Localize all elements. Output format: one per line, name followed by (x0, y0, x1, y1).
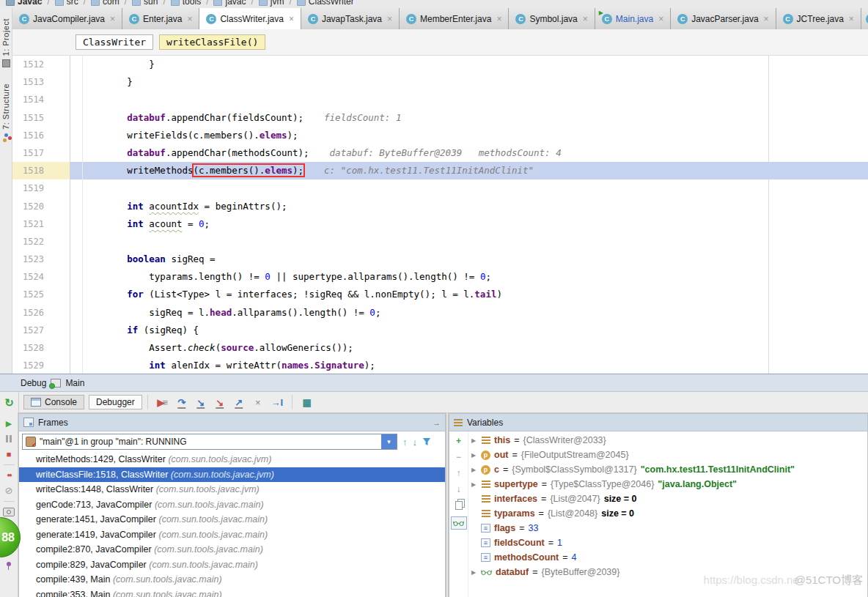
editor-tab-partial[interactable]: C (861, 8, 868, 29)
fold-gutter[interactable] (70, 286, 83, 303)
force-step-into-button[interactable]: ↘ (210, 397, 229, 408)
line-number[interactable]: 1516 (12, 127, 70, 144)
code-text[interactable] (83, 179, 868, 197)
variable-row[interactable]: ▶supertype={Type$ClassType@2046}"java.la… (468, 477, 867, 492)
line-number[interactable]: 1522 (12, 233, 70, 251)
close-icon[interactable]: × (387, 15, 392, 23)
stack-frame-row[interactable]: generate:1451, JavaCompiler (com.sun.too… (19, 512, 445, 527)
dock-icon[interactable]: → (433, 418, 441, 427)
line-number[interactable]: 1519 (12, 179, 70, 197)
stack-frame-row[interactable]: compile2:870, JavaCompiler (com.sun.tool… (19, 542, 445, 557)
move-down-button[interactable]: ↓ (457, 484, 461, 494)
thread-selector[interactable]: "main"@1 in group "main": RUNNING ▼ (22, 434, 397, 450)
tool-button-structure[interactable]: 7: Structure (0, 84, 12, 143)
code-text[interactable]: int acountIdx = beginAttrs(); (83, 198, 868, 215)
line-number[interactable]: 1513 (12, 73, 70, 91)
editor-tab-javaptask[interactable]: CJavapTask.java× (301, 8, 400, 29)
fold-gutter[interactable] (70, 198, 83, 215)
editor-tab-javacompiler[interactable]: CJavaCompiler.java× (12, 8, 122, 29)
step-into-button[interactable]: ↘ (191, 397, 210, 408)
variable-row[interactable]: ≡fieldsCount=1 (468, 535, 867, 550)
code-text[interactable]: sigReq = l.head.allparams().length() != … (83, 304, 868, 322)
line-number[interactable]: 1514 (12, 91, 70, 108)
code-editor[interactable]: 1512 }1513 }15141515 databuf.appendChar(… (12, 56, 868, 374)
code-text[interactable]: int acount = 0; (83, 215, 868, 233)
move-up-button[interactable]: ↑ (457, 468, 461, 478)
close-icon[interactable]: × (496, 15, 501, 23)
expand-icon[interactable]: ▶ (470, 569, 477, 576)
fold-gutter[interactable] (70, 268, 83, 286)
code-text[interactable]: boolean sigReq = (83, 251, 868, 268)
path-item[interactable]: src (55, 0, 78, 7)
variable-row[interactable]: ≡flags=33 (468, 521, 867, 535)
fold-gutter[interactable] (70, 144, 83, 162)
fold-gutter[interactable] (70, 233, 83, 251)
line-number[interactable]: 1524 (12, 268, 70, 286)
path-item[interactable]: jvm (259, 0, 284, 7)
evaluate-expression-button[interactable]: ▦ (298, 397, 317, 408)
path-item[interactable]: ClassWriter (297, 0, 354, 7)
code-text[interactable]: typarams.length() != 0 || supertype.allp… (83, 268, 868, 286)
fold-gutter[interactable] (70, 91, 83, 108)
editor-tab-classwriter[interactable]: CClassWriter.java× (199, 8, 301, 29)
code-text[interactable] (83, 233, 868, 251)
variable-row[interactable]: ▶pout={FileOutputStream@2045} (468, 448, 867, 462)
code-text[interactable]: writeMethods(c.members().elems);c: "com.… (83, 162, 868, 179)
code-text[interactable]: int alenIdx = writeAttr(names.Signature)… (83, 357, 868, 374)
editor-tab-enter[interactable]: CEnter.java× (122, 8, 199, 29)
code-text[interactable]: } (83, 56, 868, 73)
code-text[interactable]: writeFields(c.members().elems); (83, 127, 868, 144)
show-watches-button[interactable] (451, 516, 467, 530)
editor-tab-javacparser[interactable]: CJavacParser.java× (671, 8, 776, 29)
tab-debugger[interactable]: Debugger (89, 395, 142, 409)
code-text[interactable]: databuf.appendChar(fieldsCount);fieldsCo… (83, 109, 868, 127)
stack-frame-row[interactable]: genCode:713, JavaCompiler (com.sun.tools… (19, 497, 445, 513)
line-number[interactable]: 1526 (12, 304, 70, 322)
close-icon[interactable]: × (583, 15, 588, 23)
editor-tab-jctree[interactable]: CJCTree.java× (776, 8, 861, 29)
step-over-button[interactable]: ↷ (172, 397, 191, 408)
variable-row[interactable]: ▶databuf={ByteBuffer@2039} (468, 565, 867, 579)
stack-frame-row[interactable]: compile:439, Main (com.sun.tools.javac.m… (19, 572, 445, 587)
tool-button-project[interactable]: 1: Project (0, 18, 12, 67)
expand-icon[interactable]: ▶ (470, 481, 477, 488)
step-out-button[interactable]: ↗ (229, 397, 249, 408)
fold-gutter[interactable] (70, 339, 83, 357)
line-number[interactable]: 1527 (12, 322, 70, 339)
stack-frame-row[interactable]: compile:353, Main (com.sun.tools.javac.m… (19, 587, 445, 597)
fold-gutter[interactable] (70, 127, 83, 144)
close-icon[interactable]: × (187, 15, 192, 23)
frame-down-button[interactable]: ↓ (413, 437, 418, 448)
code-text[interactable] (83, 91, 868, 108)
fold-gutter[interactable] (70, 73, 83, 91)
code-text[interactable]: databuf.appendChar(methodsCount);databuf… (83, 144, 868, 162)
thread-dropdown-button[interactable]: ▼ (381, 434, 397, 449)
line-number[interactable]: 1518 (12, 162, 70, 179)
editor-tab-main[interactable]: C▶Main.java× (595, 8, 671, 29)
fold-gutter[interactable] (70, 357, 83, 374)
variable-row[interactable]: ▶pc={Symbol$ClassSymbol@1317}"com.hx.tes… (468, 462, 867, 477)
line-number[interactable]: 1523 (12, 251, 70, 268)
close-icon[interactable]: × (658, 15, 663, 23)
path-item[interactable]: sun (132, 0, 158, 7)
path-item[interactable]: tools (171, 0, 201, 7)
line-number[interactable]: 1529 (12, 357, 70, 374)
expand-icon[interactable]: ▶ (470, 452, 477, 459)
breadcrumb-class[interactable]: ClassWriter (76, 34, 153, 50)
stack-frame-row[interactable]: writeClass:1448, ClassWriter (com.sun.to… (19, 482, 445, 497)
drop-frame-button[interactable]: × (249, 397, 268, 408)
editor-tab-symbol[interactable]: CSymbol.java× (509, 8, 595, 29)
line-number[interactable]: 1515 (12, 109, 70, 127)
line-number[interactable]: 1528 (12, 339, 70, 357)
tab-console[interactable]: Console (23, 395, 84, 409)
expand-icon[interactable]: ▶ (470, 467, 477, 473)
variable-row[interactable]: interfaces={List@2047}size = 0 (468, 492, 867, 506)
fold-gutter[interactable] (70, 215, 83, 233)
run-to-cursor-button[interactable]: →I (268, 397, 287, 408)
line-number[interactable]: 1517 (12, 144, 70, 162)
fold-gutter[interactable] (70, 179, 83, 197)
stack-frame-row[interactable]: writeMethods:1429, ClassWriter (com.sun.… (19, 452, 445, 467)
code-text[interactable]: Assert.check(source.allowGenerics()); (83, 339, 868, 357)
editor-tab-memberenter[interactable]: CMemberEnter.java× (400, 8, 509, 29)
line-number[interactable]: 1521 (12, 215, 70, 233)
